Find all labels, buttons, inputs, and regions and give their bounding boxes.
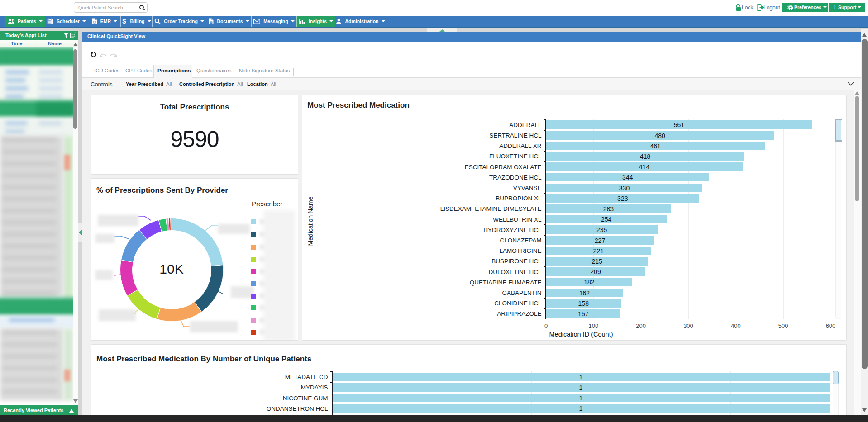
svg-text:$: $ xyxy=(123,18,127,25)
